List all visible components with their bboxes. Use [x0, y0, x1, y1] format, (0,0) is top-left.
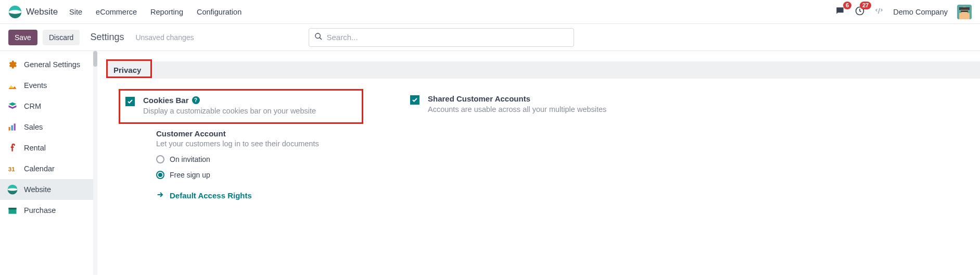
radio-label: Free sign up [170, 171, 210, 179]
menu-configuration[interactable]: Configuration [197, 8, 241, 16]
sidebar-item-label: General Settings [24, 60, 80, 69]
rental-icon [7, 143, 18, 153]
sidebar-item-general-settings[interactable]: General Settings [0, 54, 93, 75]
sidebar-scrollbar-track [93, 51, 97, 275]
search-icon [314, 32, 323, 42]
radio-icon [156, 155, 164, 163]
sidebar-item-label: Purchase [24, 206, 56, 214]
sidebar-item-rental[interactable]: Rental [0, 137, 93, 158]
sidebar-item-calendar[interactable]: 31 Calendar [0, 158, 93, 179]
debug-button[interactable] [874, 6, 884, 17]
sidebar-item-crm[interactable]: CRM [0, 96, 93, 117]
page-title: Settings [90, 32, 124, 43]
setting-desc: Display a customizable cookies bar on yo… [143, 107, 316, 115]
radio-free-sign-up[interactable]: Free sign up [156, 171, 363, 179]
svg-rect-12 [14, 123, 16, 130]
sidebar-scrollbar-thumb[interactable] [93, 51, 97, 67]
topnav-right: 6 27 Demo Company [835, 5, 972, 19]
sales-icon [7, 122, 18, 132]
sidebar-item-label: Rental [24, 144, 46, 152]
svg-point-8 [315, 33, 320, 38]
calendar-icon: 31 [7, 163, 18, 174]
svg-rect-10 [9, 127, 10, 131]
setting-title: Shared Customer Accounts [428, 94, 530, 103]
app-name: Website [26, 7, 58, 17]
radio-label: On invitation [170, 155, 210, 163]
website-icon [7, 184, 18, 195]
sidebar-item-events[interactable]: Events [0, 75, 93, 96]
company-switcher[interactable]: Demo Company [893, 8, 948, 16]
sidebar-item-sales[interactable]: Sales [0, 117, 93, 137]
action-bar: Save Discard Settings Unsaved changes [0, 24, 980, 51]
sidebar-item-label: Website [24, 185, 51, 194]
sidebar-item-purchase[interactable]: Purchase [0, 200, 93, 221]
setting-shared-customer-accounts: Shared Customer Accounts Accounts are us… [405, 89, 650, 121]
svg-rect-7 [961, 10, 968, 12]
discard-button[interactable]: Discard [43, 30, 80, 45]
svg-line-9 [320, 37, 322, 40]
search-box[interactable] [309, 28, 574, 47]
gear-icon [7, 59, 18, 70]
sidebar-item-label: CRM [24, 102, 41, 110]
svg-rect-11 [11, 125, 13, 131]
radio-on-invitation[interactable]: On invitation [156, 155, 363, 163]
setting-desc: Let your customers log in to see their d… [156, 140, 363, 148]
section-header-privacy: Privacy [106, 61, 980, 79]
unsaved-status: Unsaved changes [135, 33, 194, 42]
arrow-right-icon [156, 191, 164, 200]
crm-icon [7, 101, 18, 111]
settings-content: Privacy Cookies Bar ? Display a customiz… [94, 51, 980, 275]
svg-rect-16 [9, 208, 17, 209]
brand[interactable]: Website [8, 5, 58, 19]
save-button[interactable]: Save [8, 30, 37, 45]
setting-title: Cookies Bar [143, 96, 189, 105]
setting-cookies-bar: Cookies Bar ? Display a customizable coo… [119, 89, 363, 124]
purchase-icon [7, 205, 18, 216]
top-nav: Website Site eCommerce Reporting Configu… [0, 0, 980, 24]
setting-customer-account: Customer Account Let your customers log … [156, 129, 363, 200]
menu-reporting[interactable]: Reporting [150, 8, 183, 16]
section-title: Privacy [113, 66, 141, 74]
sidebar-item-label: Calendar [24, 165, 55, 173]
setting-title: Customer Account [156, 129, 363, 138]
settings-sidebar: General Settings Events CRM Sales Rental [0, 51, 94, 275]
checkbox-shared-accounts[interactable] [410, 95, 419, 105]
sidebar-item-website[interactable]: Website [0, 179, 93, 200]
help-icon[interactable]: ? [192, 96, 200, 104]
svg-rect-6 [959, 7, 970, 10]
menu-ecommerce[interactable]: eCommerce [96, 8, 137, 16]
messages-button[interactable]: 6 [835, 6, 845, 18]
messages-badge: 6 [843, 2, 851, 9]
link-default-access-rights[interactable]: Default Access Rights [156, 191, 363, 200]
svg-point-14 [8, 188, 18, 191]
svg-point-1 [9, 10, 21, 14]
events-icon [7, 80, 18, 91]
sidebar-item-label: Sales [24, 123, 43, 131]
setting-desc: Accounts are usable across all your mult… [428, 105, 606, 113]
top-menu: Site eCommerce Reporting Configuration [69, 8, 241, 16]
activities-button[interactable]: 27 [855, 6, 865, 18]
sidebar-item-label: Events [24, 81, 47, 90]
checkbox-cookies-bar[interactable] [125, 97, 135, 106]
menu-site[interactable]: Site [69, 8, 82, 16]
radio-icon [156, 171, 164, 179]
search-input[interactable] [327, 33, 568, 42]
user-avatar[interactable] [957, 5, 972, 19]
activities-badge: 27 [860, 2, 871, 9]
layout: General Settings Events CRM Sales Rental [0, 51, 980, 275]
link-label: Default Access Rights [170, 191, 252, 200]
svg-text:31: 31 [8, 166, 15, 172]
app-logo-icon [8, 5, 22, 19]
